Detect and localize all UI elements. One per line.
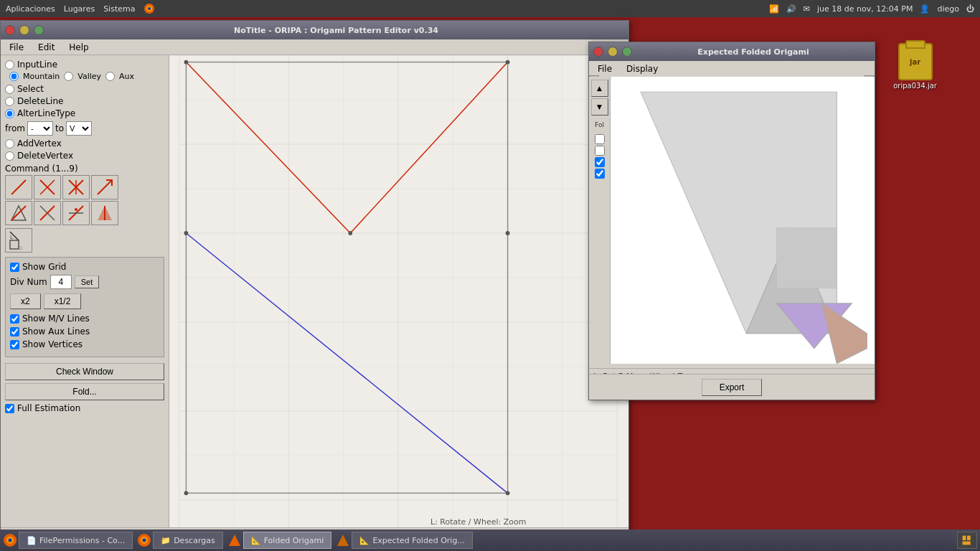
x2-button[interactable]: x2: [10, 293, 41, 309]
valley-label: Valley: [77, 72, 101, 81]
command-label: Command (1...9): [5, 164, 164, 174]
inputline-radio[interactable]: [5, 60, 14, 70]
fold-down-button[interactable]: ▼: [591, 98, 608, 116]
cmd-btn-8[interactable]: [91, 201, 118, 225]
radio-alterlinetype[interactable]: AlterLineType: [5, 108, 164, 118]
export-button[interactable]: Export: [702, 379, 763, 396]
deletevertex-radio[interactable]: [5, 151, 14, 161]
taskbar-expected-folded[interactable]: 📐 Expected Folded Orig...: [352, 532, 472, 549]
div-num-input[interactable]: [50, 275, 72, 289]
expected-window-title: Expected Folded Origami: [636, 47, 870, 57]
cmd-btn-6[interactable]: [34, 201, 61, 225]
expected-canvas-area[interactable]: [611, 77, 875, 364]
radio-deletevertex[interactable]: DeleteVertex: [5, 151, 164, 161]
line-type-sub: Mountain Valley Aux: [9, 72, 164, 81]
wifi-icon: 📶: [769, 4, 779, 14]
taskbar-folded-origami[interactable]: 📐 Folded Origami: [243, 532, 332, 549]
cmd-btn-4[interactable]: [91, 175, 118, 199]
main-menubar: File Edit Help: [1, 39, 628, 55]
deleteline-radio[interactable]: [5, 97, 14, 106]
main-window: NoTitle - ORIPA : Origami Pattern Editor…: [0, 20, 629, 544]
fold-cb-1[interactable]: [595, 134, 605, 144]
full-estimation-checkbox[interactable]: [5, 404, 14, 413]
cmd-btn-2[interactable]: [34, 175, 61, 199]
cmd-btn-9[interactable]: L □: [5, 228, 32, 253]
menu-edit[interactable]: Edit: [32, 41, 60, 54]
expected-menu-display[interactable]: Display: [621, 62, 664, 75]
taskbar-filepermissions[interactable]: 📄 FilePermissions - Co...: [19, 532, 133, 549]
fold-up-button[interactable]: ▲: [591, 80, 608, 97]
radio-inputline[interactable]: InputLine: [5, 60, 164, 70]
addvertex-radio[interactable]: [5, 139, 14, 149]
fold-cb-2[interactable]: [595, 146, 605, 156]
jar-file-label: oripa034.jar: [893, 82, 937, 90]
cmd-btn-3[interactable]: [62, 175, 90, 199]
cmd-btn-5[interactable]: [5, 201, 32, 225]
expected-close-button[interactable]: [593, 47, 603, 57]
from-select[interactable]: - M V A: [27, 121, 53, 136]
expected-min-button[interactable]: [608, 47, 618, 57]
svg-point-48: [184, 60, 189, 65]
svg-marker-66: [337, 534, 349, 546]
expected-menubar: File Display: [589, 61, 875, 77]
system-menu[interactable]: Sistema: [103, 4, 135, 14]
main-min-button[interactable]: [19, 25, 29, 35]
expected-menu-file[interactable]: File: [592, 62, 618, 75]
from-to-row: from - M V A to V M A -: [5, 121, 164, 136]
apps-menu[interactable]: Aplicaciones: [6, 4, 55, 14]
valley-radio[interactable]: [64, 72, 73, 81]
taskbar: 📄 FilePermissions - Co... 📁 Descargas 📐 …: [0, 529, 980, 551]
div-num-row: Div Num Set: [10, 275, 159, 289]
show-vertices-checkbox[interactable]: [10, 340, 19, 349]
taskbar-right-icon[interactable]: [957, 532, 977, 549]
select-label: Select: [17, 84, 44, 94]
mountain-radio[interactable]: [9, 72, 19, 81]
show-mv-lines-checkbox[interactable]: [10, 314, 19, 324]
check-window-button[interactable]: Check Window: [5, 363, 164, 380]
radio-addvertex[interactable]: AddVertex: [5, 138, 164, 149]
export-bar: Export: [589, 374, 875, 400]
radio-select[interactable]: Select: [5, 84, 164, 94]
cmd-btn-1[interactable]: [5, 175, 32, 199]
x1-2-button[interactable]: x1/2: [44, 293, 82, 309]
jar-desktop-icon[interactable]: jar oripa034.jar: [893, 43, 937, 90]
main-max-button[interactable]: [34, 25, 44, 35]
zoom-buttons: x2 x1/2: [10, 293, 159, 309]
canvas-area[interactable]: [169, 55, 628, 527]
menu-file[interactable]: File: [4, 41, 29, 54]
places-menu[interactable]: Lugares: [64, 4, 95, 14]
svg-point-64: [143, 539, 146, 542]
svg-line-45: [350, 62, 507, 233]
taskbar-file-icon: 📄: [27, 536, 37, 545]
show-vertices-label: Show Vertices: [22, 339, 83, 349]
svg-rect-67: [963, 536, 966, 540]
to-select[interactable]: V M A -: [66, 121, 92, 136]
main-close-button[interactable]: [5, 25, 15, 35]
svg-point-47: [348, 231, 352, 235]
expected-max-button[interactable]: [622, 47, 632, 57]
alterlinetype-radio[interactable]: [5, 109, 14, 118]
mail-icon: ✉: [804, 4, 810, 14]
fold-button[interactable]: Fold...: [5, 383, 164, 400]
svg-point-51: [506, 491, 510, 495]
addvertex-label: AddVertex: [17, 138, 62, 149]
show-grid-checkbox[interactable]: [10, 263, 19, 272]
taskbar-descargas[interactable]: 📁 Descargas: [153, 532, 223, 549]
taskbar-descargas-label: Descargas: [174, 536, 215, 545]
taskbar-firefox-icon: [3, 533, 17, 547]
radio-deleteline[interactable]: DeleteLine: [5, 96, 164, 106]
grid-section: Show Grid Div Num Set x2 x1/2 Show M/V L…: [5, 257, 164, 357]
cmd-btn-7[interactable]: [62, 201, 90, 225]
select-radio[interactable]: [5, 85, 14, 94]
left-panel: InputLine Mountain Valley Aux Select Del…: [1, 55, 169, 543]
set-button[interactable]: Set: [75, 276, 100, 288]
show-aux-lines-checkbox[interactable]: [10, 327, 19, 336]
canvas-hint: L: Rotate / Wheel: Zoom: [430, 517, 526, 527]
aux-radio[interactable]: [105, 72, 115, 81]
origami-canvas[interactable]: [169, 55, 628, 527]
fold-cb-4[interactable]: [595, 169, 605, 179]
svg-line-9: [98, 180, 112, 194]
menu-help[interactable]: Help: [63, 41, 94, 54]
fold-cb-3[interactable]: [595, 157, 605, 167]
show-vertices-row: Show Vertices: [10, 339, 159, 349]
